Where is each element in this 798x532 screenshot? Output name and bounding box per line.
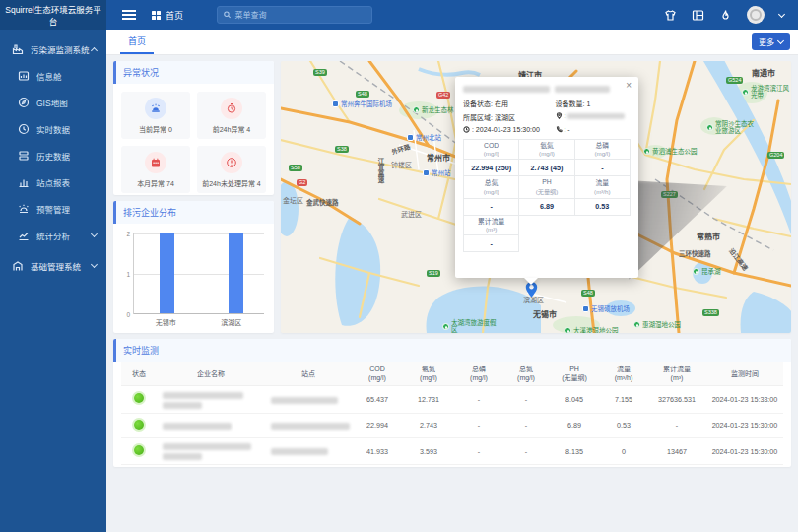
- grid-icon: [152, 11, 161, 20]
- search-icon: [224, 11, 231, 19]
- road-badge: G204: [767, 152, 784, 159]
- exclamation-circle-icon: [221, 152, 242, 173]
- redacted-text: [163, 453, 202, 460]
- road-badge: S48: [581, 290, 595, 297]
- map-poi-green[interactable]: 常阴沙生态农业旅游区: [706, 120, 760, 134]
- airport-marker-icon: [582, 305, 589, 312]
- chevron-down-icon: [777, 37, 784, 44]
- compass-icon: [18, 97, 30, 108]
- road-badge: S39: [313, 69, 327, 76]
- redacted-text: [163, 392, 243, 399]
- bar-wuxi: [160, 233, 174, 313]
- park-marker-icon: [565, 327, 571, 334]
- tab-bar: 首页 更多: [106, 30, 798, 55]
- map-poi-green[interactable]: 昆承湖: [693, 266, 721, 276]
- sidebar-group-pollution-monitor[interactable]: 污染源监测系统: [0, 35, 106, 62]
- count-badge: 0: [168, 126, 172, 133]
- road-badge: S48: [356, 91, 369, 98]
- map-poi-green[interactable]: 龙游湾滨江风光带: [742, 85, 789, 99]
- topbar: 首页: [106, 0, 798, 30]
- popup-title: [463, 86, 631, 93]
- sidebar: Squirrel生态环境云服务平台 污染源监测系统 信息舱 GIS地图 实时数据…: [0, 0, 106, 532]
- map-poi-blue[interactable]: 常州北站: [407, 132, 441, 142]
- card-month-abnormal[interactable]: 本月异常 74: [121, 146, 190, 193]
- app-title: Squirrel生态环境云服务平台: [0, 0, 106, 30]
- redacted-text: [555, 86, 610, 93]
- card-24h-unhandled-abnormal[interactable]: 前24h未处理异常 4: [197, 146, 266, 193]
- map-poi-green[interactable]: 惠湖湿地公园: [633, 319, 681, 329]
- airport-marker-icon: [332, 100, 339, 107]
- y-tick: 2: [120, 231, 130, 237]
- bar-chart: 2 1 0: [133, 233, 264, 314]
- pin-icon: [556, 112, 563, 119]
- park-marker-icon: [742, 89, 749, 96]
- sidebar-item-realtime-data[interactable]: 实时数据: [0, 115, 106, 142]
- redacted-text: [463, 86, 550, 93]
- site-info-popup: × 设备状态: 在用 设备数量: 1 所属区域: 滨湖区 : : 2024-01…: [455, 77, 638, 278]
- map-poi-green[interactable]: 大溪港湿地公园: [565, 325, 619, 333]
- calendar-icon: [145, 152, 166, 173]
- sidebar-item-gis-map[interactable]: GIS地图: [0, 89, 106, 115]
- gis-map[interactable]: S39 S48 G42 S38 S58 G2 S19 S48 G524 G204…: [281, 61, 791, 333]
- road-badge: S338: [702, 309, 719, 316]
- region: 所属区域: 滨湖区: [463, 112, 556, 122]
- x-tick: 无锡市: [133, 317, 199, 327]
- close-icon[interactable]: ×: [626, 80, 632, 91]
- map-label-city: 常熟市: [697, 231, 720, 241]
- map-label-city: 南通市: [752, 67, 775, 78]
- panel-title: 排污企业分布: [113, 201, 274, 224]
- menu-toggle-icon[interactable]: [122, 10, 136, 20]
- map-poi-green[interactable]: 黄泗浦生态公园: [643, 146, 698, 156]
- more-button[interactable]: 更多: [752, 33, 790, 50]
- chevron-down-icon: [91, 230, 98, 236]
- park-marker-icon: [706, 124, 713, 131]
- table-header-row: 状态 企业名称 站点 COD(mg/l) 氨氮(mg/l) 总磷(mg/l) 总…: [121, 362, 783, 386]
- status-dot-green: [134, 445, 144, 455]
- building-icon: [12, 260, 24, 272]
- map-poi-blue[interactable]: 常州奔牛国际机场: [332, 100, 392, 107]
- tab-home[interactable]: 首页: [120, 30, 154, 54]
- sidebar-item-alert-management[interactable]: 预警管理: [0, 195, 106, 222]
- map-poi-blue[interactable]: 无锡硕放机场: [582, 303, 630, 313]
- sidebar-item-infocabin[interactable]: 信息舱: [0, 62, 106, 89]
- table-row[interactable]: 41.9333.593 -- 8.1350 134672024-01-23 15…: [121, 437, 783, 465]
- map-poi-blue[interactable]: 常州站: [423, 167, 451, 177]
- map-poi-green[interactable]: 太湖湾旅游度假区: [442, 319, 501, 333]
- table-row[interactable]: 22.9942.743 -- 6.890.53 -2024-01-23 15:3…: [121, 413, 783, 437]
- map-poi-green[interactable]: 新龙生态林: [413, 104, 454, 114]
- sidebar-group-basic-management[interactable]: 基础管理系统: [0, 252, 106, 279]
- park-marker-icon: [693, 268, 699, 275]
- clock-icon: [18, 123, 30, 135]
- sidebar-item-site-report[interactable]: 站点报表: [0, 168, 106, 195]
- count-badge: 4: [257, 180, 261, 187]
- popup-metrics-table: COD(mg/l) 氨氮(mg/l) 总磷(mg/l) 22.994 (250)…: [463, 139, 631, 252]
- redacted-text: [163, 402, 202, 409]
- enterprise-distribution-panel: 排污企业分布 2 1 0 无锡市 滨湖区: [113, 201, 274, 333]
- theme-skin-icon[interactable]: [664, 9, 677, 22]
- card-24h-abnormal[interactable]: 前24h异常 4: [197, 92, 266, 139]
- station-marker-icon: [407, 134, 414, 141]
- breadcrumb-home[interactable]: 首页: [152, 9, 183, 22]
- redacted-text: [271, 448, 328, 455]
- user-avatar[interactable]: [747, 6, 765, 24]
- database-icon: [18, 150, 30, 162]
- chevron-down-icon[interactable]: [778, 10, 785, 17]
- map-label-road: 江宜高速: [375, 158, 385, 183]
- monitor-time: : 2024-01-23 15:30:00: [463, 126, 556, 133]
- map-label-road: 三环快速路: [679, 248, 711, 258]
- card-current-abnormal[interactable]: 当前异常 0: [121, 92, 190, 139]
- road-badge: S19: [427, 270, 440, 277]
- clock-icon: [463, 126, 470, 133]
- road-badge: S38: [335, 146, 349, 153]
- x-tick: 滨湖区: [199, 317, 265, 327]
- search-input[interactable]: [234, 11, 366, 20]
- table-row[interactable]: 65.43712.731 -- 8.0457.155 327636.531202…: [121, 386, 783, 414]
- sidebar-item-statistics[interactable]: 统计分析: [0, 222, 106, 248]
- road-badge: G2: [297, 179, 307, 186]
- chevron-up-icon: [91, 46, 98, 53]
- flame-icon[interactable]: [719, 9, 732, 22]
- sidebar-item-history-data[interactable]: 历史数据: [0, 142, 106, 168]
- address: :: [556, 112, 632, 122]
- layout-icon[interactable]: [692, 9, 704, 22]
- redacted-text: [271, 397, 338, 404]
